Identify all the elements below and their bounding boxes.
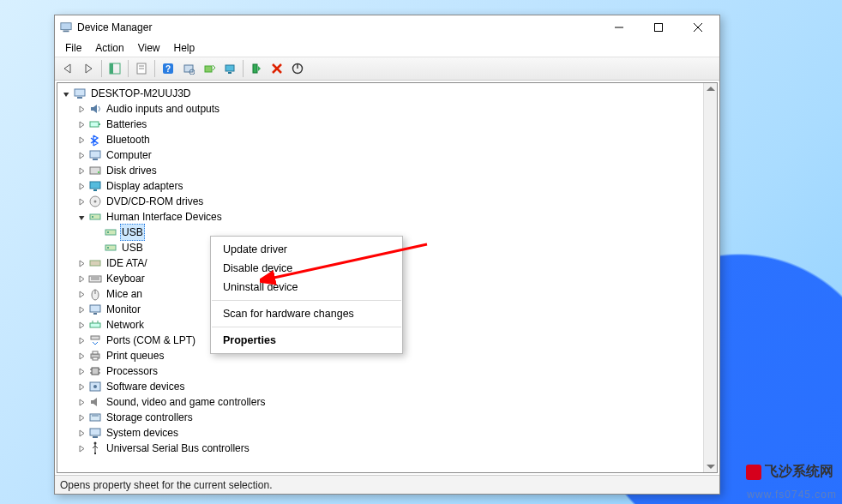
display-icon — [88, 179, 102, 193]
svg-rect-7 — [110, 63, 113, 74]
system-icon — [88, 426, 102, 440]
expand-toggle[interactable] — [76, 306, 87, 314]
context-menu-item[interactable]: Uninstall device — [211, 278, 402, 297]
svg-point-33 — [94, 201, 97, 203]
toolbar-separator — [128, 60, 129, 77]
computer-icon — [73, 87, 87, 100]
hid-icon — [104, 225, 117, 239]
svg-rect-17 — [228, 72, 232, 74]
tree-item-label: Mice an — [105, 286, 144, 302]
branding-mark-icon — [746, 465, 761, 480]
expand-toggle[interactable] — [76, 183, 87, 190]
toolbar-console-tree[interactable] — [105, 59, 124, 78]
expand-toggle[interactable] — [76, 368, 87, 375]
hid-icon — [88, 210, 102, 224]
tree-item[interactable]: Disk drives — [76, 163, 707, 178]
svg-rect-35 — [92, 216, 93, 218]
tree-item[interactable]: Bluetooth — [76, 132, 707, 147]
context-menu-item[interactable]: Disable device — [211, 259, 402, 278]
tree-item[interactable]: Sound, video and game controllers — [76, 394, 707, 410]
svg-rect-23 — [77, 97, 82, 99]
tree-root[interactable]: DESKTOP-M2UUJ3D — [61, 86, 707, 101]
toolbar-scan[interactable] — [179, 59, 198, 78]
expand-toggle[interactable] — [76, 152, 87, 159]
expand-toggle[interactable] — [76, 383, 87, 391]
svg-rect-40 — [90, 261, 100, 266]
context-menu-item[interactable]: Properties — [211, 331, 402, 350]
ide-icon — [88, 256, 102, 270]
expand-toggle[interactable] — [76, 429, 87, 437]
tree-item[interactable]: Human Interface Devices — [76, 209, 707, 225]
tree-item[interactable]: DVD/CD-ROM drives — [76, 194, 707, 209]
tree-item[interactable]: Storage controllers — [76, 410, 707, 425]
minimize-button[interactable] — [599, 15, 639, 39]
tree-item[interactable]: Batteries — [76, 117, 707, 132]
tree-item[interactable]: Computer — [76, 147, 707, 163]
tree-item-label: Network — [105, 317, 146, 333]
expand-toggle[interactable] — [76, 275, 87, 283]
expand-toggle[interactable] — [76, 121, 87, 129]
expand-toggle[interactable] — [76, 399, 87, 406]
tree-item[interactable]: Audio inputs and outputs — [76, 101, 707, 117]
expand-toggle[interactable] — [61, 90, 71, 98]
toolbar-uninstall[interactable] — [268, 59, 286, 78]
toolbar-back[interactable] — [58, 59, 77, 78]
toolbar-help[interactable]: ? — [159, 59, 177, 78]
svg-text:?: ? — [165, 64, 171, 74]
expand-toggle[interactable] — [76, 352, 87, 360]
expand-toggle[interactable] — [76, 260, 87, 267]
svg-rect-46 — [90, 305, 100, 312]
svg-rect-30 — [90, 182, 100, 189]
expand-toggle[interactable] — [76, 445, 87, 453]
tree-item[interactable]: System devices — [76, 425, 707, 441]
tree-item-label: Computer — [105, 147, 153, 163]
expand-toggle[interactable] — [76, 136, 87, 144]
tree-item-label: Storage controllers — [105, 410, 195, 425]
context-menu-item[interactable]: Update driver — [211, 240, 402, 259]
expand-toggle[interactable] — [76, 198, 87, 206]
menu-help[interactable]: Help — [167, 40, 202, 56]
maximize-button[interactable] — [639, 15, 678, 39]
tree-item[interactable]: Software devices — [76, 379, 707, 394]
toolbar-devices-printers[interactable] — [220, 59, 239, 78]
menu-action[interactable]: Action — [88, 40, 130, 56]
sound-icon — [88, 395, 102, 409]
svg-rect-15 — [205, 66, 212, 72]
svg-rect-13 — [184, 65, 193, 72]
tree-item-label: Monitor — [105, 302, 142, 317]
toolbar-disable[interactable] — [288, 59, 307, 78]
svg-rect-64 — [93, 436, 98, 438]
menu-file[interactable]: File — [58, 40, 88, 56]
expand-toggle[interactable] — [76, 414, 87, 422]
svg-rect-63 — [90, 429, 100, 435]
tree-item[interactable]: Processors — [76, 363, 707, 379]
tree-item-label: USB — [120, 224, 145, 241]
expand-toggle[interactable] — [76, 167, 87, 175]
ports-icon — [88, 333, 102, 347]
menu-view[interactable]: View — [131, 40, 167, 56]
toolbar-properties[interactable] — [132, 59, 151, 78]
app-icon — [60, 21, 72, 33]
hid-icon — [104, 241, 117, 255]
tree-item[interactable]: Display adapters — [76, 178, 707, 194]
menubar: File Action View Help — [55, 39, 719, 57]
expand-toggle[interactable] — [76, 105, 87, 113]
toolbar-update-driver[interactable] — [200, 59, 219, 78]
expand-toggle[interactable] — [76, 321, 87, 329]
site-branding: 飞沙系统网 — [746, 463, 833, 481]
expand-toggle[interactable] — [76, 291, 87, 298]
toolbar-forward[interactable] — [79, 59, 98, 78]
expand-toggle[interactable] — [76, 337, 87, 345]
tree-item-label: System devices — [105, 425, 180, 441]
context-menu-item[interactable]: Scan for hardware changes — [211, 304, 402, 323]
close-button[interactable] — [678, 15, 718, 39]
svg-rect-26 — [90, 151, 100, 158]
expand-toggle[interactable] — [76, 213, 87, 221]
toolbar-enable[interactable] — [247, 59, 266, 78]
tree-item-label: Disk drives — [105, 163, 159, 178]
scrollbar[interactable] — [703, 83, 717, 472]
printer-icon — [88, 349, 102, 363]
disk-icon — [88, 164, 102, 177]
audio-icon — [88, 102, 102, 116]
tree-item[interactable]: Universal Serial Bus controllers — [76, 441, 707, 456]
